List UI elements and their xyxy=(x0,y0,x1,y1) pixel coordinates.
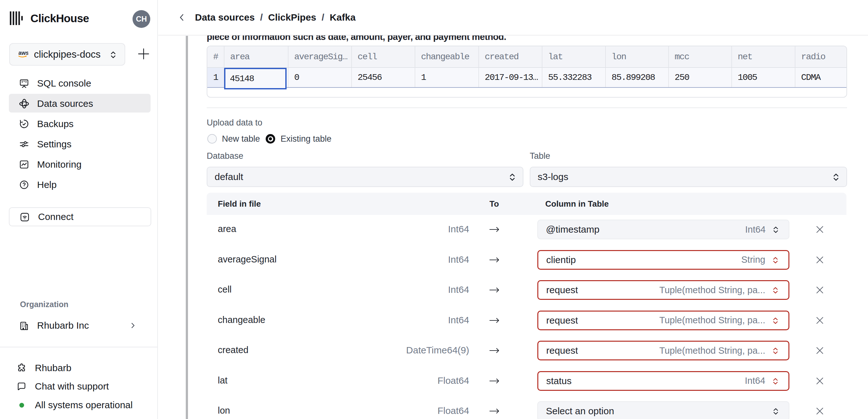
svg-text:aws: aws xyxy=(19,50,28,56)
